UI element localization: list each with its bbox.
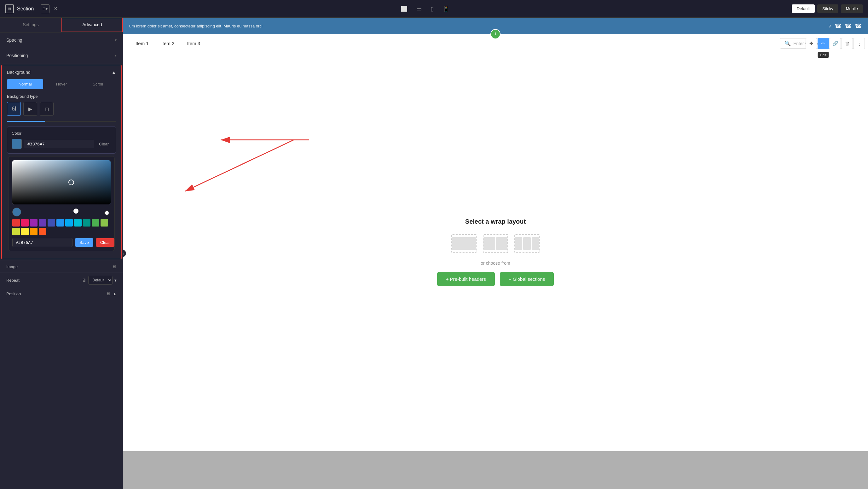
phone-icon-2: ☎ (845, 22, 851, 29)
canvas-header-icons: ♪ ☎ ☎ ☎ (829, 22, 862, 29)
wrap-options (436, 234, 555, 253)
swatch-orange[interactable] (30, 228, 37, 235)
color-gradient-area[interactable] (12, 160, 111, 204)
bg-tab-normal[interactable]: Normal (7, 79, 43, 89)
color-hex-input[interactable] (24, 140, 94, 148)
picker-save-button[interactable]: Save (75, 238, 93, 247)
delete-tool-btn[interactable]: 🗑 (841, 38, 853, 49)
mobile-view-btn[interactable]: 📱 (440, 3, 452, 14)
swatch-deep-purple[interactable] (39, 219, 46, 227)
position-arrow: ▲ (113, 291, 117, 296)
canvas-header-bar: um lorem dolor sit amet, consectetur adi… (123, 18, 868, 34)
bg-mode-tabs: Normal Hover Scroll (7, 79, 116, 89)
nav-item-3[interactable]: Item 3 (187, 39, 200, 47)
background-header[interactable]: Background ▲ (2, 65, 121, 79)
nav-item-2[interactable]: Item 2 (161, 39, 175, 47)
bg-tab-scroll[interactable]: Scroll (80, 79, 116, 89)
swatch-lime[interactable] (12, 228, 20, 235)
color-picker-popup: Save Clear (8, 156, 115, 251)
phone-icon-3: ☎ (855, 22, 862, 29)
picker-clear-button[interactable]: Clear (96, 238, 115, 247)
left-panel: Settings Advanced Spacing ▾ Positioning … (0, 18, 123, 489)
bg-tab-hover[interactable]: Hover (43, 79, 80, 89)
color-swatch-preview[interactable] (12, 139, 22, 149)
wrap-layout-title: Select a wrap layout (436, 218, 555, 225)
position-icon: 🖥 (106, 291, 111, 296)
type-slider (7, 121, 116, 122)
search-icon: 🔍 (784, 40, 791, 47)
panel-tabs: Settings Advanced (0, 18, 123, 32)
color-circle-preview (12, 208, 21, 217)
nav-item-1[interactable]: Item 1 (135, 39, 149, 47)
move-tool-btn[interactable]: ✥ (806, 38, 817, 49)
position-row: Position 🖥 ▲ (0, 288, 123, 299)
tablet-landscape-btn[interactable]: ▭ (414, 3, 424, 14)
tab-settings[interactable]: Settings (0, 18, 61, 32)
panel-toggle-icon[interactable]: ⊡▾ (41, 4, 50, 13)
swatch-light-blue[interactable] (65, 219, 73, 227)
background-arrow: ▲ (112, 70, 116, 75)
wrap-option-3[interactable] (515, 234, 539, 253)
swatch-indigo[interactable] (48, 219, 55, 227)
desktop-view-btn[interactable]: ⬜ (398, 3, 410, 14)
swatch-cyan[interactable] (74, 219, 82, 227)
swatch-light-green[interactable] (100, 219, 108, 227)
color-clear-button[interactable]: Clear (96, 140, 111, 148)
more-tool-btn[interactable]: ⋮ (854, 38, 865, 49)
repeat-row: Repeat 🖥 Default ▾ (0, 272, 123, 288)
tab-advanced[interactable]: Advanced (61, 18, 123, 32)
background-label: Background (7, 70, 31, 75)
close-button[interactable]: × (53, 4, 59, 13)
swatch-deep-orange[interactable] (39, 228, 46, 235)
wrap-option-1[interactable] (451, 234, 476, 253)
image-row: Image 🖥 (0, 261, 123, 272)
hue-thumb[interactable] (73, 208, 79, 213)
bg-type-color[interactable]: ◻ (40, 102, 54, 116)
edit-tooltip: Edit (818, 52, 829, 58)
global-sections-button[interactable]: + Global sections (500, 272, 554, 286)
spacing-section-row[interactable]: Spacing ▾ (0, 32, 123, 48)
hue-slider-row (12, 208, 111, 217)
swatch-blue[interactable] (56, 219, 64, 227)
edit-toolbar: ✥ ✏ Edit 🔗 🗑 ⋮ (806, 38, 865, 49)
image-label: Image (6, 264, 18, 269)
swatch-pink[interactable] (21, 219, 29, 227)
top-bar-left: ⊞ Section ⊡▾ × (5, 4, 59, 13)
canvas-footer (123, 451, 868, 489)
spacing-label: Spacing (6, 37, 22, 42)
background-content: Normal Hover Scroll Background type 🖼 ▶ … (2, 79, 121, 259)
bg-type-image[interactable]: 🖼 (7, 102, 21, 116)
tablet-portrait-btn[interactable]: ▯ (428, 3, 436, 14)
swatch-yellow[interactable] (21, 228, 29, 235)
opacity-thumb[interactable] (104, 210, 110, 215)
swatch-purple[interactable] (30, 219, 37, 227)
picker-hex-input[interactable] (12, 238, 72, 247)
canvas-area: ◀ um lorem dolor sit amet, consectetur a… (123, 18, 868, 489)
device-switcher: ⬜ ▭ ▯ 📱 (62, 3, 788, 14)
bg-type-video[interactable]: ▶ (23, 102, 37, 116)
picker-bottom: Save Clear (12, 238, 111, 247)
swatch-red[interactable] (12, 219, 20, 227)
color-picker-handle[interactable] (68, 179, 74, 185)
swatch-green[interactable] (92, 219, 99, 227)
positioning-label: Positioning (6, 53, 28, 58)
default-view-btn[interactable]: Default (792, 4, 815, 13)
wrap-option-2[interactable] (483, 234, 508, 253)
repeat-label: Repeat (6, 278, 20, 283)
add-section-button[interactable]: + (490, 29, 500, 39)
swatch-teal[interactable] (83, 219, 90, 227)
positioning-section-row[interactable]: Positioning ▾ (0, 48, 123, 63)
repeat-select[interactable]: Default (88, 276, 113, 285)
prebuilt-headers-button[interactable]: + Pre-built headers (437, 272, 495, 286)
edit-tool-btn[interactable]: ✏ Edit (817, 38, 829, 49)
color-input-row: Clear (12, 139, 111, 149)
image-icon: 🖥 (112, 264, 117, 269)
sticky-view-btn[interactable]: Sticky (817, 4, 838, 13)
bg-type-label: Background type (7, 94, 116, 99)
tiktok-icon: ♪ (829, 22, 831, 29)
position-label: Position (6, 291, 21, 296)
mobile-mode-btn[interactable]: Mobile (841, 4, 863, 13)
wrap-layout-panel: Select a wrap layout (417, 205, 574, 299)
link-tool-btn[interactable]: 🔗 (830, 38, 841, 49)
canvas-content: Select a wrap layout (123, 53, 868, 451)
